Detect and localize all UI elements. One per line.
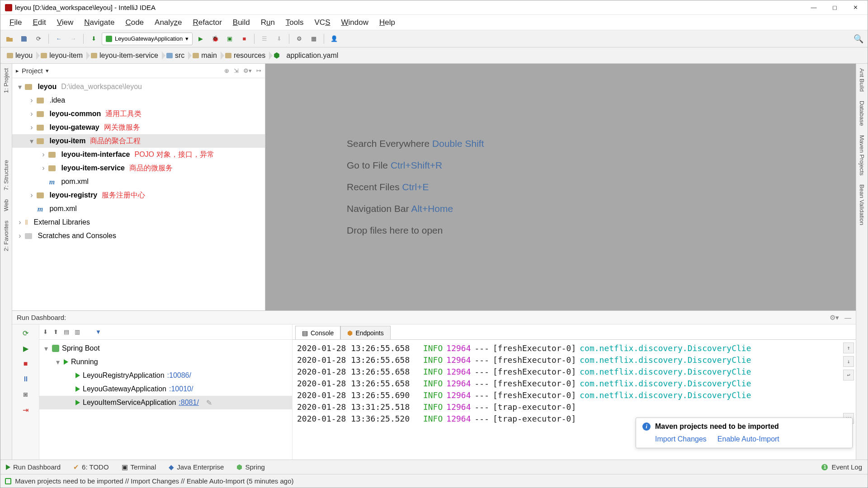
menu-help[interactable]: Help xyxy=(374,16,401,29)
tab-todo[interactable]: ✔6: TODO xyxy=(73,463,108,471)
attach-icon[interactable]: ⬇ xyxy=(273,33,285,45)
tree-idea[interactable]: › .idea xyxy=(12,94,265,107)
menu-file[interactable]: File xyxy=(4,16,27,29)
tree-extlib[interactable]: ›⫴ External Libraries xyxy=(12,216,265,229)
tree-common[interactable]: › leyou-common通用工具类 xyxy=(12,107,265,121)
scroll-up-icon[interactable]: ↑ xyxy=(843,343,854,353)
maximize-button[interactable]: ◻ xyxy=(824,0,845,15)
run-config-dropdown[interactable]: LeyouGatewayApplication ▾ xyxy=(102,33,193,45)
save-icon[interactable] xyxy=(18,33,30,45)
menu-view[interactable]: View xyxy=(52,16,79,29)
sidetab-database[interactable]: Database xyxy=(858,98,866,129)
hide-icon[interactable]: ↦ xyxy=(256,67,261,74)
menu-run[interactable]: Run xyxy=(255,16,280,29)
debug-icon[interactable]: 🐞 xyxy=(209,33,222,45)
tree-item-interface[interactable]: › leyou-item-interfacePOJO 对象，接口，异常 xyxy=(12,148,265,161)
scroll-down-icon[interactable]: ↓ xyxy=(843,356,854,367)
gear-icon[interactable]: ⚙▾ xyxy=(243,67,252,74)
menu-code[interactable]: Code xyxy=(120,16,149,29)
back-icon[interactable]: ← xyxy=(52,33,65,45)
rd-spring-boot[interactable]: ▾Spring Boot xyxy=(39,342,292,355)
sidetab-maven[interactable]: Maven Projects xyxy=(858,132,866,178)
tab-endpoints[interactable]: ⬢Endpoints xyxy=(340,326,390,339)
exit-icon[interactable]: ⇥ xyxy=(21,405,31,415)
rd-app-registry[interactable]: LeyouRegistryApplication :10086/ xyxy=(39,369,292,382)
gear-icon[interactable]: ⚙▾ xyxy=(830,314,839,322)
stop-icon[interactable]: ■ xyxy=(21,359,31,369)
sidetab-structure[interactable]: 7: Structure xyxy=(2,157,10,193)
tab-terminal[interactable]: ▣Terminal xyxy=(122,463,156,471)
pause-icon[interactable]: ⏸ xyxy=(21,374,31,384)
project-select-icon[interactable]: ▸ xyxy=(16,67,19,74)
tab-java-enterprise[interactable]: ◆Java Enterprise xyxy=(169,463,224,471)
notification-maven-import: i Maven projects need to be imported Imp… xyxy=(636,418,853,448)
filter-icon[interactable]: ▼ xyxy=(95,328,101,335)
sidetab-web[interactable]: Web xyxy=(2,197,10,214)
group-icon[interactable]: ▤ xyxy=(64,328,69,335)
crumb-leyou-item[interactable]: leyou-item xyxy=(37,49,87,62)
sidetab-project[interactable]: 1: Project xyxy=(2,66,10,96)
run-icon[interactable]: ▶ xyxy=(194,33,207,45)
menu-tools[interactable]: Tools xyxy=(280,16,309,29)
structure-icon[interactable]: ▦ xyxy=(307,33,320,45)
rerun-icon[interactable]: ⟳ xyxy=(21,328,31,338)
camera-icon[interactable]: ◙ xyxy=(21,389,31,399)
forward-icon[interactable]: → xyxy=(67,33,80,45)
tab-event-log[interactable]: Event Log xyxy=(831,463,862,471)
chevron-down-icon[interactable]: ▾ xyxy=(46,67,49,74)
sidetab-bean[interactable]: Bean Validation xyxy=(858,182,866,228)
crumb-leyou[interactable]: leyou xyxy=(3,49,37,62)
tab-spring[interactable]: ⬢Spring xyxy=(236,463,264,471)
collapse-icon[interactable]: ⇲ xyxy=(234,67,239,74)
minimize-button[interactable]: — xyxy=(803,0,824,15)
coverage-icon[interactable]: ▣ xyxy=(223,33,236,45)
soft-wrap-icon[interactable]: ↩ xyxy=(843,370,854,380)
profiler-icon[interactable]: ☰ xyxy=(258,33,271,45)
avatar-icon[interactable]: 👤 xyxy=(328,33,340,45)
link-import-changes[interactable]: Import Changes xyxy=(655,435,707,443)
tree-gateway[interactable]: › leyou-gateway网关微服务 xyxy=(12,121,265,134)
menu-edit[interactable]: Edit xyxy=(27,16,51,29)
tree-pom2[interactable]: m pom.xml xyxy=(12,202,265,216)
rd-app-gateway[interactable]: LeyouGatewayApplication :10010/ xyxy=(39,382,292,396)
tree-pom1[interactable]: m pom.xml xyxy=(12,175,265,188)
close-button[interactable]: ✕ xyxy=(845,0,866,15)
tree-root[interactable]: ▾ leyouD:\idea_workspace\leyou xyxy=(12,80,265,94)
menu-refactor[interactable]: Refactor xyxy=(188,16,227,29)
project-tree[interactable]: ▾ leyouD:\idea_workspace\leyou › .idea ›… xyxy=(12,78,265,310)
open-icon[interactable] xyxy=(3,33,16,45)
details-icon[interactable]: ▥ xyxy=(75,328,80,335)
settings-icon[interactable]: ⚙ xyxy=(293,33,306,45)
collapse-icon[interactable]: ⬆ xyxy=(53,328,58,335)
target-icon[interactable]: ⊕ xyxy=(224,67,229,74)
run-icon[interactable]: ▶ xyxy=(21,343,31,353)
search-icon[interactable]: 🔍 xyxy=(852,33,865,45)
tab-run-dashboard[interactable]: Run Dashboard xyxy=(6,463,61,471)
crumb-main[interactable]: main xyxy=(189,49,222,62)
link-enable-auto-import[interactable]: Enable Auto-Import xyxy=(717,435,779,443)
menu-window[interactable]: Window xyxy=(336,16,374,29)
sync-icon[interactable]: ⟳ xyxy=(32,33,45,45)
rd-running[interactable]: ▾Running xyxy=(39,355,292,369)
crumb-application-yaml[interactable]: ⬢ application.yaml xyxy=(270,49,343,62)
rd-app-itemservice[interactable]: LeyouItemServiceApplication :8081/ ✎ xyxy=(39,396,292,409)
sidetab-favorites[interactable]: 2: Favorites xyxy=(2,218,10,254)
crumb-src[interactable]: src xyxy=(163,49,189,62)
hide-icon[interactable]: — xyxy=(844,314,851,322)
stop-icon[interactable]: ■ xyxy=(238,33,250,45)
tree-registry[interactable]: › leyou-registry服务注册中心 xyxy=(12,188,265,202)
tree-item[interactable]: ▾ leyou-item商品的聚合工程 xyxy=(12,134,265,148)
build-icon[interactable]: ⬇ xyxy=(87,33,100,45)
expand-icon[interactable]: ⬇ xyxy=(43,328,48,335)
menu-analyze[interactable]: Analyze xyxy=(149,16,188,29)
crumb-resources[interactable]: resources xyxy=(222,49,270,62)
tree-item-service[interactable]: › leyou-item-service商品的微服务 xyxy=(12,161,265,175)
menu-vcs[interactable]: VCS xyxy=(309,16,336,29)
menu-navigate[interactable]: Navigate xyxy=(79,16,120,29)
sidetab-ant[interactable]: Ant Build xyxy=(858,66,866,94)
menu-build[interactable]: Build xyxy=(227,16,255,29)
pencil-icon[interactable]: ✎ xyxy=(206,399,212,407)
tree-scratch[interactable]: › Scratches and Consoles xyxy=(12,229,265,243)
tab-console[interactable]: ▤Console xyxy=(295,326,340,339)
crumb-leyou-item-service[interactable]: leyou-item-service xyxy=(87,49,163,62)
